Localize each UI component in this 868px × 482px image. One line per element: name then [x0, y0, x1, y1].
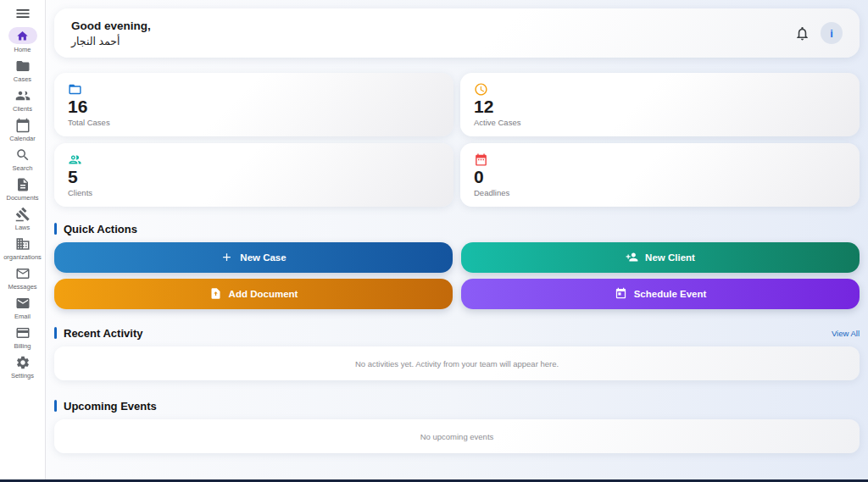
- new-client-button[interactable]: New Client: [461, 242, 860, 273]
- sidebar-item-email[interactable]: Email: [0, 296, 45, 320]
- greeting-header: Good evening, أحمد النجار i: [54, 8, 860, 58]
- people-icon: [15, 88, 31, 103]
- main-content: Good evening, أحمد النجار i 16 Total Cas…: [46, 0, 868, 479]
- empty-state-text: No activities yet. Activity from your te…: [355, 359, 559, 368]
- upcoming-events-header: Upcoming Events: [54, 399, 860, 413]
- view-all-link[interactable]: View All: [832, 329, 860, 338]
- sidebar-item-calendar[interactable]: Calendar: [0, 118, 45, 142]
- sidebar-item-label: Billing: [14, 342, 31, 350]
- section-accent-bar: [54, 400, 57, 412]
- people-icon: [68, 152, 82, 167]
- stat-label: Total Cases: [68, 118, 440, 127]
- user-name: أحمد النجار: [71, 35, 151, 47]
- sidebar-item-label: Messages: [8, 283, 36, 291]
- sidebar-item-messages[interactable]: Messages: [0, 266, 45, 291]
- button-label: Add Document: [229, 289, 298, 299]
- schedule-event-button[interactable]: Schedule Event: [461, 279, 860, 309]
- search-icon: [15, 147, 31, 163]
- home-icon: [8, 27, 37, 44]
- stat-label: Clients: [68, 188, 440, 197]
- plus-icon: [220, 251, 233, 265]
- app-window: Home Cases Clients Calendar: [0, 0, 868, 479]
- sidebar-item-label: Search: [13, 164, 33, 172]
- menu-icon[interactable]: [14, 5, 31, 22]
- quick-actions-header: Quick Actions: [54, 222, 860, 235]
- stat-value: 5: [68, 167, 440, 187]
- upcoming-events-empty-card: No upcoming events: [54, 419, 860, 453]
- quick-actions-grid: New Case New Client Add Document Schedul…: [54, 242, 860, 309]
- clock-icon: [474, 82, 488, 97]
- sidebar-item-clients[interactable]: Clients: [0, 88, 45, 113]
- add-document-button[interactable]: Add Document: [54, 279, 453, 309]
- sidebar-item-billing[interactable]: Billing: [0, 325, 45, 350]
- sidebar-item-label: Cases: [14, 75, 31, 83]
- recent-activity-empty-card: No activities yet. Activity from your te…: [54, 346, 860, 380]
- event-icon: [615, 287, 627, 302]
- stat-label: Active Cases: [474, 118, 846, 127]
- button-label: New Client: [645, 252, 695, 263]
- gear-icon: [15, 355, 31, 370]
- person-add-icon: [626, 251, 638, 265]
- sidebar-item-settings[interactable]: Settings: [0, 355, 45, 380]
- sidebar-item-label: Documents: [7, 194, 39, 202]
- button-label: Schedule Event: [634, 289, 707, 299]
- header-actions: i: [794, 22, 843, 44]
- gavel-icon: [15, 207, 31, 222]
- section-title: Recent Activity: [64, 327, 832, 340]
- stat-value: 12: [474, 97, 846, 117]
- section-accent-bar: [54, 223, 57, 235]
- sidebar-item-home[interactable]: Home: [0, 27, 45, 53]
- sidebar-item-label: Home: [14, 46, 31, 53]
- folder-icon: [68, 82, 82, 97]
- sidebar-nav: Home Cases Clients Calendar: [0, 27, 45, 380]
- stat-card-active-cases[interactable]: 12 Active Cases: [460, 73, 860, 136]
- sidebar-item-cases[interactable]: Cases: [0, 58, 45, 83]
- sidebar-item-label: organizations: [3, 253, 42, 261]
- calendar-icon: [15, 118, 31, 133]
- stat-card-clients[interactable]: 5 Clients: [54, 143, 453, 207]
- new-case-button[interactable]: New Case: [54, 242, 453, 273]
- calendar-icon: [474, 152, 488, 167]
- stat-card-total-cases[interactable]: 16 Total Cases: [54, 73, 453, 136]
- sidebar-item-label: Settings: [11, 372, 34, 380]
- stat-label: Deadlines: [474, 188, 846, 197]
- mail-filled-icon: [15, 296, 31, 311]
- button-label: New Case: [240, 252, 286, 263]
- sidebar-item-organizations[interactable]: organizations: [0, 236, 45, 261]
- upload-file-icon: [209, 287, 222, 302]
- sidebar-item-label: Clients: [13, 105, 32, 113]
- folder-icon: [15, 58, 31, 74]
- sidebar-item-label: Laws: [15, 224, 31, 231]
- empty-state-text: No upcoming events: [420, 432, 494, 441]
- section-title: Upcoming Events: [64, 400, 860, 413]
- document-icon: [15, 177, 31, 192]
- stat-value: 0: [474, 167, 846, 187]
- sidebar-item-label: Email: [14, 313, 31, 320]
- info-icon: i: [830, 27, 833, 40]
- stat-value: 16: [68, 97, 440, 117]
- sidebar-item-search[interactable]: Search: [0, 147, 45, 172]
- building-icon: [15, 236, 31, 252]
- bell-icon[interactable]: [794, 25, 810, 42]
- info-button[interactable]: i: [821, 22, 843, 44]
- section-title: Quick Actions: [64, 223, 860, 235]
- mail-outline-icon: [15, 266, 31, 281]
- credit-card-icon: [15, 325, 31, 341]
- stat-card-deadlines[interactable]: 0 Deadlines: [460, 143, 860, 207]
- sidebar-item-label: Calendar: [9, 135, 35, 142]
- stats-grid: 16 Total Cases 12 Active Cases 5 Clients: [54, 73, 860, 207]
- sidebar: Home Cases Clients Calendar: [0, 0, 46, 479]
- sidebar-item-laws[interactable]: Laws: [0, 207, 45, 231]
- greeting-block: Good evening, أحمد النجار: [71, 19, 151, 47]
- section-accent-bar: [54, 327, 57, 339]
- recent-activity-header: Recent Activity View All: [54, 326, 860, 340]
- greeting-text: Good evening,: [71, 19, 151, 32]
- sidebar-item-documents[interactable]: Documents: [0, 177, 45, 202]
